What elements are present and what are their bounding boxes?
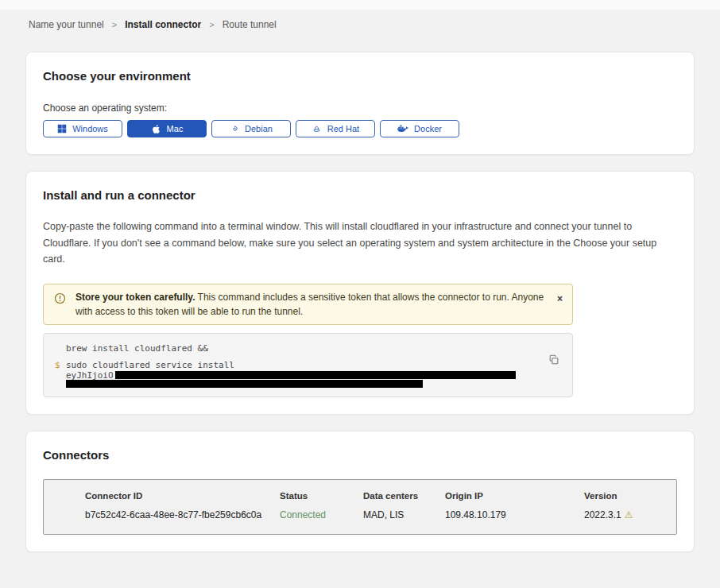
- version-value: 2022.3.1: [584, 509, 621, 520]
- token-prefix: eyJhIjoiO: [66, 371, 114, 380]
- main-content: Choose your environment Choose an operat…: [0, 52, 720, 588]
- os-button-label: Debian: [245, 124, 273, 133]
- cell-data-centers: MAD, LIS: [363, 509, 445, 520]
- command-line-2: $ sudo cloudflared service install: [55, 359, 561, 371]
- copy-icon[interactable]: [548, 354, 559, 368]
- close-icon[interactable]: ×: [557, 294, 563, 304]
- connectors-card-title: Connectors: [43, 448, 677, 462]
- os-button-windows[interactable]: Windows: [43, 120, 122, 137]
- connectors-table-header: Connector ID Status Data centers Origin …: [85, 491, 660, 501]
- choose-environment-card: Choose your environment Choose an operat…: [25, 52, 695, 155]
- install-command-block: brew install cloudflared && $ sudo cloud…: [43, 333, 573, 397]
- connectors-table: Connector ID Status Data centers Origin …: [43, 479, 677, 535]
- os-button-label: Windows: [72, 124, 108, 133]
- cell-version: 2022.3.1⚠: [584, 509, 660, 520]
- breadcrumb-separator: >: [209, 20, 214, 29]
- header-connector-id: Connector ID: [85, 491, 280, 501]
- command-token-line: eyJhIjoiO: [55, 371, 561, 380]
- redacted-token-bar: [115, 371, 516, 379]
- breadcrumb-separator: >: [112, 20, 117, 29]
- token-warning-banner: Store your token carefully. This command…: [43, 284, 573, 325]
- os-button-redhat[interactable]: Red Hat: [296, 120, 375, 137]
- breadcrumb: Name your tunnel > Install connector > R…: [0, 10, 720, 30]
- header-version: Version: [584, 491, 660, 501]
- apple-logo-icon: [151, 124, 161, 134]
- warning-bold-text: Store your token carefully.: [75, 292, 195, 303]
- os-button-docker[interactable]: Docker: [380, 120, 459, 137]
- top-strip: [0, 0, 720, 10]
- table-row: b7c52c42-6caa-48ee-8c77-fbe259cb6c0a Con…: [85, 509, 660, 520]
- command-line-1: brew install cloudflared &&: [55, 342, 561, 354]
- connectors-card: Connectors Connector ID Status Data cent…: [25, 431, 695, 552]
- debian-logo-icon: [230, 124, 239, 133]
- redhat-logo-icon: [312, 124, 322, 134]
- environment-card-title: Choose your environment: [43, 69, 677, 83]
- breadcrumb-step-name-tunnel[interactable]: Name your tunnel: [29, 19, 104, 30]
- redacted-token-bar: [66, 380, 423, 388]
- command-token-line-2: [55, 380, 561, 388]
- breadcrumb-step-install-connector[interactable]: Install connector: [125, 19, 201, 30]
- os-button-label: Red Hat: [327, 124, 359, 133]
- alert-circle-icon: [54, 292, 66, 308]
- os-button-row: Windows Mac Debian: [43, 120, 677, 137]
- docker-logo-icon: [397, 125, 408, 133]
- cell-origin-ip: 109.48.10.179: [445, 509, 584, 520]
- os-button-debian[interactable]: Debian: [211, 120, 291, 137]
- prompt-spacer: [55, 342, 66, 354]
- os-select-label: Choose an operating system:: [43, 103, 677, 114]
- install-card-description: Copy-paste the following command into a …: [43, 219, 677, 268]
- command-text: sudo cloudflared service install: [66, 359, 234, 371]
- breadcrumb-step-route-tunnel[interactable]: Route tunnel: [223, 19, 277, 30]
- cell-status: Connected: [280, 509, 363, 520]
- header-data-centers: Data centers: [363, 491, 445, 501]
- install-connector-card: Install and run a connector Copy-paste t…: [25, 171, 695, 415]
- windows-logo-icon: [57, 124, 67, 133]
- command-text: brew install cloudflared &&: [66, 342, 208, 354]
- header-origin-ip: Origin IP: [445, 491, 584, 501]
- version-warning-icon: ⚠: [625, 509, 633, 520]
- cell-connector-id: b7c52c42-6caa-48ee-8c77-fbe259cb6c0a: [85, 509, 280, 520]
- install-card-title: Install and run a connector: [43, 188, 677, 202]
- header-status: Status: [280, 491, 363, 501]
- os-button-label: Mac: [167, 124, 184, 133]
- shell-prompt: $: [55, 359, 66, 371]
- os-button-mac[interactable]: Mac: [127, 120, 207, 137]
- os-button-label: Docker: [414, 124, 442, 133]
